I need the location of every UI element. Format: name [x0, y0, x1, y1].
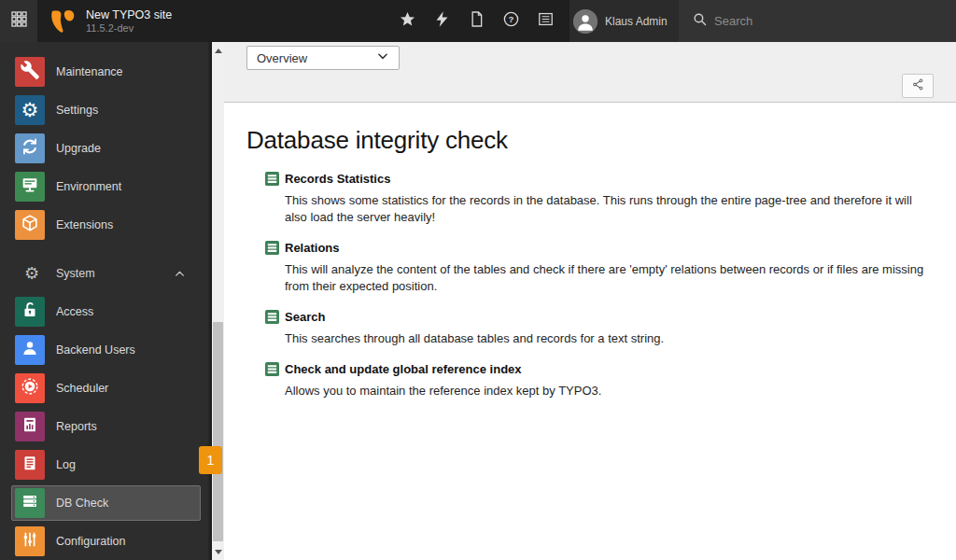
check-item-reference-index: Check and update global reference index … — [265, 362, 934, 399]
person-icon — [20, 338, 40, 362]
sidebar-item-backend-users[interactable]: Backend Users — [0, 330, 212, 369]
site-version: 11.5.2-dev — [86, 22, 172, 35]
topbar: New TYPO3 site 11.5.2-dev — [0, 0, 956, 42]
share-button[interactable] — [902, 74, 934, 98]
check-item-title: Search — [285, 310, 325, 324]
sidebar-item-log[interactable]: Log — [0, 445, 212, 483]
sidebar-item-label: Environment — [56, 180, 121, 193]
all-modules-button[interactable] — [0, 0, 37, 42]
check-item-description: This searches through all database table… — [285, 330, 933, 347]
sidebar-item-access[interactable]: Access — [0, 292, 212, 330]
list-document-icon — [20, 453, 40, 477]
check-item-records-statistics: Records Statistics This shows some stati… — [265, 172, 934, 226]
bookmark-button[interactable] — [390, 0, 425, 42]
wrench-icon — [20, 60, 40, 84]
sidebar-scrollbar[interactable] — [212, 42, 224, 560]
sidebar-item-label: Configuration — [56, 535, 125, 548]
sidebar-item-label: Scheduler — [56, 382, 108, 395]
opened-documents-button[interactable] — [528, 0, 563, 42]
site-title: New TYPO3 site — [86, 8, 172, 22]
database-icon — [20, 491, 40, 515]
refresh-icon — [20, 136, 40, 161]
new-document-button[interactable] — [459, 0, 494, 42]
help-icon: ? — [502, 10, 520, 32]
gear-outline-icon: ⚙ — [22, 265, 41, 282]
check-item-search: Search This searches through all databas… — [265, 310, 934, 347]
module-menu: Maintenance ⚙ Settings Upgrade — [0, 42, 212, 560]
doc-header: Overview — [224, 42, 956, 103]
database-icon — [265, 172, 279, 186]
sidebar-item-upgrade[interactable]: Upgrade — [0, 129, 212, 167]
search-icon — [692, 11, 708, 31]
sidebar-item-db-check[interactable]: DB Check — [11, 485, 201, 521]
sidebar-item-label: Extensions — [56, 218, 113, 231]
check-item-description: This shows some statistics for the recor… — [285, 192, 933, 226]
sidebar-item-label: Access — [56, 305, 93, 318]
db-check-count-badge: 1 — [199, 446, 222, 474]
clear-cache-button[interactable] — [425, 0, 459, 42]
topbar-search — [679, 0, 956, 42]
check-item-title: Records Statistics — [285, 172, 390, 186]
gear-icon: ⚙ — [21, 100, 39, 119]
sidebar-section-system[interactable]: ⚙ System — [0, 254, 212, 292]
database-icon — [265, 310, 279, 324]
sidebar-item-label: Backend Users — [56, 343, 135, 357]
sidebar-item-configuration[interactable]: Configuration — [0, 522, 212, 560]
site-brand[interactable]: New TYPO3 site 11.5.2-dev — [37, 0, 172, 42]
page-title: Database integrity check — [246, 126, 934, 155]
check-item-title: Relations — [285, 241, 340, 255]
topbar-toolbar: ? — [390, 0, 563, 42]
sidebar-item-environment[interactable]: Environment — [0, 167, 212, 205]
avatar-icon — [573, 9, 598, 34]
bookmark-star-icon — [399, 10, 416, 32]
chevron-up-icon — [174, 267, 186, 279]
scroll-up-arrow[interactable] — [212, 44, 224, 57]
cube-icon — [20, 213, 40, 237]
sidebar-item-label: Log — [56, 458, 76, 471]
play-circle-icon — [20, 376, 40, 400]
sidebar-section-label: System — [56, 267, 95, 280]
chevron-down-icon — [376, 49, 389, 66]
function-menu-value: Overview — [257, 51, 376, 65]
sliders-icon — [20, 529, 40, 553]
new-document-icon — [468, 10, 485, 32]
user-menu[interactable]: Klaus Admin — [569, 0, 679, 42]
search-input[interactable] — [714, 14, 938, 28]
sidebar-item-settings[interactable]: ⚙ Settings — [0, 91, 212, 129]
chart-document-icon — [20, 414, 40, 439]
scroll-down-arrow[interactable] — [212, 545, 224, 558]
sidebar-item-label: Settings — [56, 104, 98, 117]
clear-cache-bolt-icon — [433, 10, 451, 32]
help-button[interactable]: ? — [494, 0, 528, 42]
check-item-description: This will analyze the content of the tab… — [285, 261, 933, 295]
sidebar-item-maintenance[interactable]: Maintenance — [0, 52, 212, 91]
app-grid-icon — [10, 10, 28, 32]
opened-documents-icon — [537, 10, 555, 32]
scrollbar-thumb[interactable] — [213, 322, 223, 541]
check-item-title: Check and update global reference index — [285, 362, 522, 376]
sidebar-item-label: Reports — [56, 420, 97, 433]
svg-text:?: ? — [509, 14, 514, 24]
database-icon — [265, 362, 279, 376]
typo3-logo-icon — [49, 8, 77, 35]
sidebar-item-label: DB Check — [56, 497, 108, 510]
check-item-relations: Relations This will analyze the content … — [265, 241, 934, 295]
typo3-backend: New TYPO3 site 11.5.2-dev — [0, 0, 956, 560]
check-item-description: Allows you to maintain the reference ind… — [285, 383, 933, 399]
unlock-icon — [20, 300, 40, 324]
sidebar-item-reports[interactable]: Reports — [0, 407, 212, 445]
database-icon — [265, 241, 279, 255]
share-icon — [911, 77, 925, 95]
monitor-icon — [20, 175, 40, 199]
sidebar-item-label: Maintenance — [56, 65, 123, 78]
user-name: Klaus Admin — [605, 15, 668, 28]
function-menu-select[interactable]: Overview — [246, 46, 400, 70]
sidebar-item-label: Upgrade — [56, 142, 101, 155]
module-body: Database integrity check Records Statist… — [224, 104, 956, 560]
sidebar-item-scheduler[interactable]: Scheduler — [0, 369, 212, 407]
sidebar-item-extensions[interactable]: Extensions — [0, 205, 212, 244]
